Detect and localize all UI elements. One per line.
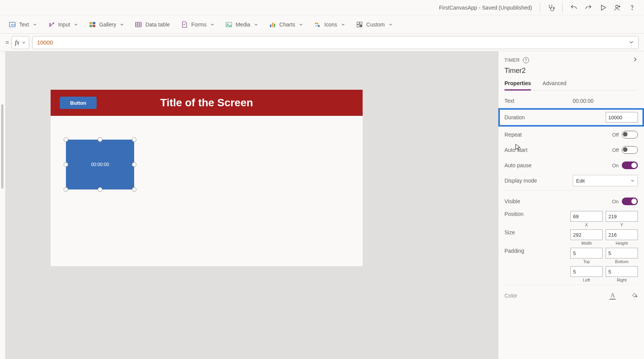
canvas-button[interactable]: Button bbox=[60, 97, 97, 109]
ribbon-forms[interactable]: Forms bbox=[181, 21, 214, 28]
resize-handle[interactable] bbox=[98, 137, 102, 142]
ribbon-gallery[interactable]: Gallery bbox=[89, 21, 124, 28]
svg-rect-7 bbox=[93, 22, 95, 24]
tab-advanced[interactable]: Advanced bbox=[542, 80, 566, 90]
screen-header: Button Title of the Screen bbox=[51, 90, 363, 116]
chevron-down-icon[interactable] bbox=[629, 39, 634, 46]
chevron-down-icon bbox=[389, 21, 393, 28]
timer-display: 00:00:00 bbox=[91, 162, 109, 167]
media-icon bbox=[225, 21, 233, 28]
prop-autopause-label: Auto pause bbox=[504, 162, 532, 168]
play-icon[interactable] bbox=[596, 1, 610, 14]
ribbon-input-label: Input bbox=[58, 21, 70, 28]
panel-tabs: Properties Advanced bbox=[504, 80, 638, 91]
prop-position-x[interactable] bbox=[570, 211, 603, 222]
separator bbox=[562, 2, 563, 13]
resize-handle[interactable] bbox=[64, 187, 68, 192]
prop-visible-toggle[interactable] bbox=[622, 198, 638, 205]
prop-padding-left[interactable] bbox=[570, 266, 603, 277]
prop-autopause-toggle[interactable] bbox=[622, 161, 638, 169]
prop-text-label: Text bbox=[504, 98, 514, 104]
prop-position-y[interactable] bbox=[606, 211, 638, 222]
chevron-down-icon bbox=[210, 21, 214, 28]
prop-padding-right[interactable] bbox=[606, 266, 638, 277]
prop-size-height[interactable] bbox=[606, 229, 638, 240]
fill-color-icon[interactable] bbox=[631, 291, 638, 300]
resize-handle[interactable] bbox=[132, 162, 136, 167]
svg-rect-14 bbox=[272, 23, 273, 27]
svg-point-1 bbox=[616, 5, 618, 8]
prop-size-label: Size bbox=[504, 229, 515, 235]
prop-duration-row-highlighted: Duration bbox=[498, 108, 644, 127]
svg-point-2 bbox=[632, 9, 632, 10]
svg-rect-17 bbox=[318, 25, 320, 26]
redo-icon[interactable] bbox=[582, 1, 595, 14]
svg-rect-6 bbox=[89, 22, 92, 24]
canvas-area[interactable]: Button Title of the Screen 00:00:00 bbox=[5, 51, 498, 359]
svg-rect-21 bbox=[360, 25, 362, 27]
help-icon[interactable] bbox=[626, 1, 639, 14]
ribbon-gallery-label: Gallery bbox=[99, 21, 116, 28]
ribbon-custom-label: Custom bbox=[366, 21, 385, 28]
prop-repeat-toggle[interactable] bbox=[622, 131, 638, 138]
prop-padding-top[interactable] bbox=[570, 248, 603, 259]
icons-icon bbox=[314, 21, 321, 28]
formula-bar: = fx 10000 bbox=[0, 34, 644, 51]
toggle-state: On bbox=[612, 163, 619, 168]
svg-rect-20 bbox=[357, 25, 359, 27]
titlebar: FirstCanvasApp - Saved (Unpublished) bbox=[0, 0, 644, 15]
left-gutter bbox=[0, 51, 5, 359]
ribbon-media[interactable]: Media bbox=[225, 21, 258, 28]
prop-autostart-toggle[interactable] bbox=[622, 146, 638, 154]
timer-control-selected[interactable]: 00:00:00 bbox=[66, 140, 134, 189]
toggle-state: Off bbox=[612, 132, 619, 138]
ribbon-datatable[interactable]: Data table bbox=[135, 21, 170, 28]
help-icon[interactable]: ? bbox=[523, 57, 529, 63]
prop-color-label: Color bbox=[504, 293, 517, 299]
ribbon-text[interactable]: Abc Text bbox=[8, 21, 37, 28]
prop-displaymode-select[interactable]: Edit bbox=[573, 175, 638, 186]
screen-canvas[interactable]: Button Title of the Screen 00:00:00 bbox=[51, 90, 363, 266]
prop-visible-label: Visible bbox=[504, 198, 520, 204]
resize-handle[interactable] bbox=[64, 162, 68, 167]
ribbon-charts-label: Charts bbox=[279, 21, 295, 28]
prop-padding-bottom[interactable] bbox=[606, 248, 638, 259]
titlebar-actions bbox=[537, 1, 639, 14]
chevron-right-icon[interactable] bbox=[632, 57, 638, 64]
prop-position-label: Position bbox=[504, 211, 524, 217]
toggle-state: Off bbox=[612, 147, 619, 153]
share-user-icon[interactable] bbox=[611, 1, 624, 14]
resize-handle[interactable] bbox=[64, 137, 68, 142]
scrollbar-thumb[interactable] bbox=[1, 104, 3, 189]
svg-rect-15 bbox=[274, 23, 275, 27]
formula-value: 10000 bbox=[37, 39, 53, 46]
equals-label: = bbox=[3, 39, 12, 46]
font-color-icon[interactable]: A bbox=[610, 292, 616, 300]
prop-size-width[interactable] bbox=[570, 229, 603, 240]
resize-handle[interactable] bbox=[132, 137, 136, 142]
prop-text-value[interactable]: 00:00:00 bbox=[573, 98, 638, 104]
charts-icon bbox=[269, 21, 276, 28]
properties-panel: TIMER ? Timer2 Properties Advanced Text … bbox=[498, 51, 644, 359]
fx-icon: fx bbox=[15, 39, 20, 46]
ribbon-icons[interactable]: Icons bbox=[314, 21, 345, 28]
undo-icon[interactable] bbox=[567, 1, 580, 14]
ribbon-forms-label: Forms bbox=[191, 21, 207, 28]
tab-properties[interactable]: Properties bbox=[504, 80, 531, 91]
ribbon: Abc Text Input Gallery Data table Forms … bbox=[0, 15, 644, 34]
fx-button[interactable]: fx bbox=[12, 36, 29, 49]
svg-rect-10 bbox=[136, 22, 141, 27]
input-icon bbox=[48, 21, 55, 28]
formula-input[interactable]: 10000 bbox=[32, 36, 639, 49]
svg-rect-9 bbox=[93, 25, 95, 27]
ribbon-charts[interactable]: Charts bbox=[269, 21, 303, 28]
ribbon-datatable-label: Data table bbox=[145, 21, 170, 28]
ribbon-input[interactable]: Input bbox=[48, 21, 78, 28]
resize-handle[interactable] bbox=[132, 187, 136, 192]
chevron-down-icon bbox=[33, 21, 37, 28]
prop-duration-input[interactable] bbox=[606, 112, 638, 123]
ribbon-custom[interactable]: Custom bbox=[356, 21, 393, 28]
stethoscope-icon[interactable] bbox=[545, 1, 558, 14]
svg-text:Abc: Abc bbox=[11, 23, 16, 26]
resize-handle[interactable] bbox=[98, 187, 102, 192]
